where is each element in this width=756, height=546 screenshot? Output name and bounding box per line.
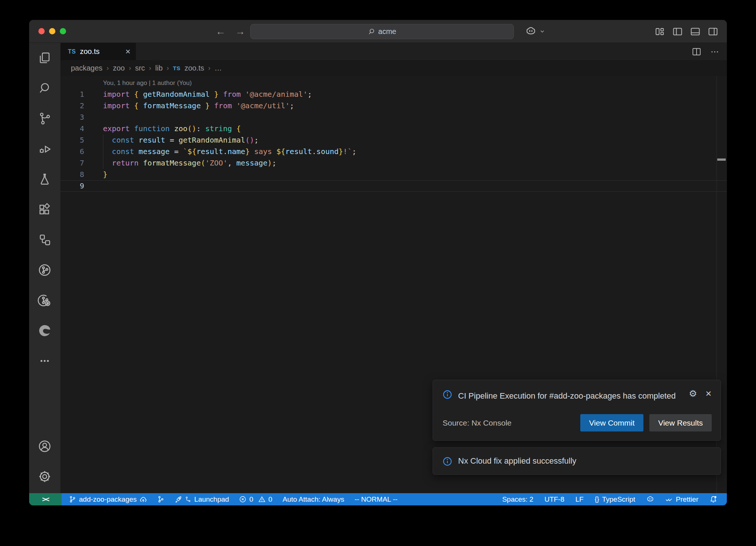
line-number: 3 (61, 112, 92, 123)
notifications-bell-item[interactable] (709, 495, 717, 503)
formatter-label: Prettier (676, 495, 698, 504)
sidebar-item-explorer[interactable] (29, 43, 60, 73)
sidebar-item-run-debug[interactable] (29, 134, 60, 164)
breadcrumb-item[interactable]: src (135, 64, 145, 72)
view-commit-button[interactable]: View Commit (580, 414, 643, 431)
code-line[interactable]: 2import { formatMessage } from '@acme/ut… (61, 100, 727, 112)
info-icon (443, 390, 452, 399)
extensions-icon (38, 202, 52, 216)
vscode-window: ← → acme (29, 20, 727, 506)
notification-settings-icon[interactable]: ⚙ (689, 389, 697, 398)
tab-bar: TS zoo.ts ✕ ⋯ (61, 43, 727, 60)
settings-button[interactable] (29, 461, 60, 492)
notification-close-icon[interactable]: ✕ (705, 390, 712, 397)
code-line[interactable]: 7 return formatMessage('ZOO', message); (61, 157, 727, 169)
copilot-status-item[interactable] (646, 495, 654, 503)
typescript-file-icon: TS (173, 65, 181, 71)
sidebar-item-edge-browser[interactable] (29, 315, 60, 346)
copilot-icon (525, 26, 536, 37)
breadcrumb-item[interactable]: packages (71, 64, 103, 72)
search-query-text: acme (378, 27, 396, 36)
indentation-item[interactable]: Spaces: 2 (502, 495, 533, 504)
branch-name: add-zoo-packages (79, 495, 137, 504)
breadcrumb-overflow[interactable]: … (214, 64, 222, 72)
commit-graph-icon (185, 496, 191, 502)
indentation-label: Spaces: 2 (502, 495, 533, 504)
eol-item[interactable]: LF (575, 495, 584, 504)
copilot-icon (646, 495, 654, 503)
git-branch-item[interactable]: add-zoo-packages (69, 495, 147, 504)
close-window-button[interactable] (38, 28, 45, 34)
vim-mode-item[interactable]: -- NORMAL -- (354, 495, 397, 504)
toggle-primary-sidebar-icon[interactable] (672, 26, 683, 37)
problems-item[interactable]: 0 0 (239, 495, 272, 504)
breadcrumb-separator-icon: › (208, 64, 210, 72)
overview-ruler-marker (717, 158, 726, 161)
forward-icon[interactable]: → (235, 26, 245, 37)
remote-icon: >< (42, 495, 49, 504)
code-line[interactable]: 4export function zoo(): string { (61, 123, 727, 134)
code-text: const result = getRandomAnimal(); (92, 134, 259, 146)
sidebar-item-more-views[interactable] (29, 346, 60, 376)
cloud-upload-icon (140, 496, 147, 503)
error-count: 0 (249, 495, 253, 504)
sidebar-item-hierarchy[interactable] (29, 225, 60, 255)
hierarchy-icon (38, 233, 52, 247)
code-line[interactable]: 8} (61, 169, 727, 180)
customize-layout-icon[interactable] (654, 26, 666, 37)
auto-attach-item[interactable]: Auto Attach: Always (283, 495, 344, 504)
line-number: 5 (61, 134, 92, 146)
source-control-icon (38, 112, 52, 126)
sidebar-item-search[interactable] (29, 73, 60, 103)
indent-guide (103, 134, 103, 146)
notification-title: CI Pipeline Execution for #add-zoo-packa… (458, 389, 676, 403)
tab-label: zoo.ts (80, 47, 99, 56)
code-line[interactable]: 9 (61, 180, 727, 192)
breadcrumb-item[interactable]: lib (155, 64, 163, 72)
notification-ci-pipeline: CI Pipeline Execution for #add-zoo-packa… (433, 380, 721, 441)
split-editor-icon[interactable] (691, 47, 702, 57)
close-tab-icon[interactable]: ✕ (125, 48, 131, 56)
code-text: const message = `${result.name} says ${r… (92, 146, 357, 157)
view-results-button[interactable]: View Results (649, 414, 712, 431)
more-actions-icon[interactable]: ⋯ (711, 47, 719, 57)
accounts-button[interactable] (29, 431, 60, 461)
remote-indicator[interactable]: >< (29, 493, 62, 505)
sidebar-item-nx-cloud[interactable] (29, 285, 60, 315)
code-line[interactable]: 1import { getRandomAnimal } from '@acme/… (61, 89, 727, 100)
sidebar-item-testing[interactable] (29, 164, 60, 194)
command-center-search[interactable]: acme (250, 24, 514, 39)
back-icon[interactable]: ← (216, 26, 226, 37)
line-number: 7 (61, 157, 92, 169)
code-text: } (92, 169, 107, 180)
code-text: import { formatMessage } from '@acme/uti… (92, 100, 294, 112)
encoding-item[interactable]: UTF-8 (544, 495, 564, 504)
copilot-menu[interactable] (525, 20, 545, 43)
source-control-graph-item[interactable] (157, 496, 164, 503)
formatter-item[interactable]: Prettier (665, 495, 698, 504)
zoom-window-button[interactable] (60, 28, 66, 34)
line-number: 2 (61, 100, 92, 112)
warning-count: 0 (268, 495, 272, 504)
sidebar-item-nx-console[interactable] (29, 255, 60, 285)
eol-label: LF (575, 495, 584, 504)
chevron-down-icon (539, 28, 545, 34)
code-line[interactable]: 6 const message = `${result.name} says $… (61, 146, 727, 157)
git-graph-icon (157, 496, 164, 503)
launchpad-item[interactable]: Launchpad (175, 495, 229, 504)
code-text (92, 180, 103, 192)
toggle-secondary-sidebar-icon[interactable] (707, 26, 719, 37)
tab-zoo-ts[interactable]: TS zoo.ts ✕ (61, 43, 136, 60)
breadcrumb-item-file[interactable]: zoo.ts (185, 64, 204, 72)
breadcrumb-item[interactable]: zoo (113, 64, 125, 72)
code-line[interactable]: 5 const result = getRandomAnimal(); (61, 134, 727, 146)
toggle-panel-icon[interactable] (690, 26, 701, 37)
language-mode-item[interactable]: {} TypeScript (595, 495, 635, 504)
typescript-file-icon: TS (68, 48, 76, 55)
minimize-window-button[interactable] (49, 28, 55, 34)
code-line[interactable]: 3 (61, 112, 727, 123)
sidebar-item-source-control[interactable] (29, 103, 60, 134)
warning-icon (258, 496, 265, 503)
codelens-blame[interactable]: You, 1 hour ago | 1 author (You) (103, 79, 192, 87)
sidebar-item-extensions[interactable] (29, 194, 60, 225)
